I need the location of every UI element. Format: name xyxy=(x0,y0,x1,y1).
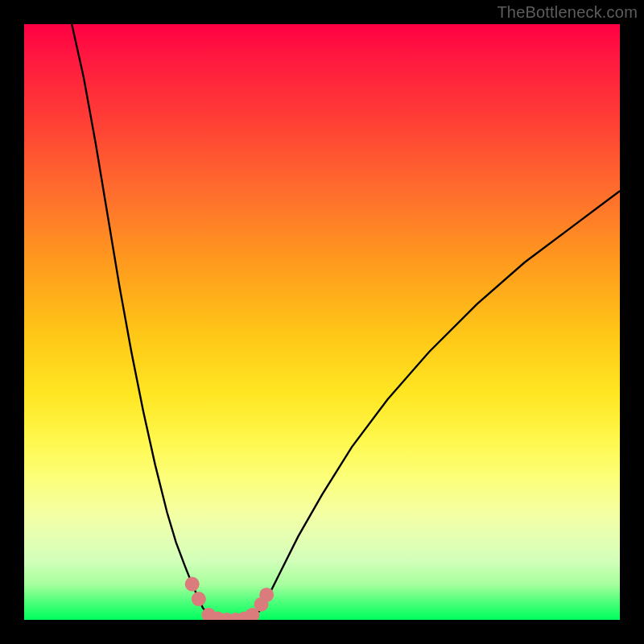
valley-marker xyxy=(185,577,200,592)
curve-right xyxy=(250,191,620,620)
valley-marker xyxy=(192,592,206,606)
valley-marker xyxy=(259,588,274,602)
chart-frame: TheBottleneck.com xyxy=(0,0,644,644)
curve-left xyxy=(72,24,215,620)
watermark-text: TheBottleneck.com xyxy=(497,3,638,22)
valley-markers xyxy=(185,577,275,620)
plot-area xyxy=(24,24,620,620)
curve-layer xyxy=(24,24,620,620)
